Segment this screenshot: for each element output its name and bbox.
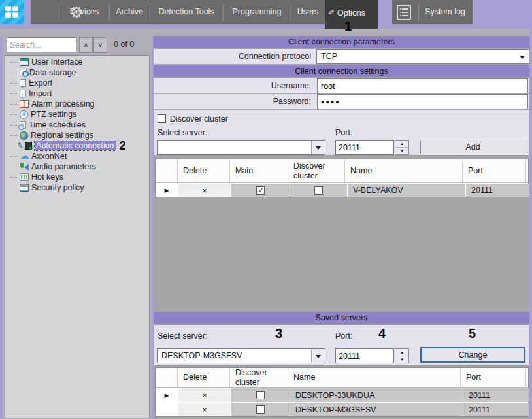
password-label: Password: xyxy=(154,94,316,109)
tab-devices[interactable]: Devices xyxy=(61,0,108,24)
saved-servers-table: Delete Discover cluster Name Port ▶ × DE… xyxy=(155,367,529,417)
username-field[interactable] xyxy=(317,78,528,93)
tab-programming[interactable]: Programming xyxy=(224,0,290,24)
name-cell: DESKTOP-33UKDUA xyxy=(290,388,463,402)
col-delete: Delete xyxy=(178,368,230,387)
discover-checkbox[interactable] xyxy=(256,391,265,399)
search-next-button[interactable]: ∨ xyxy=(93,37,107,53)
annotation-1: 1 xyxy=(344,19,352,34)
tree-item-user-interface[interactable]: User Interface xyxy=(5,57,149,67)
tree-item-alarm-processing[interactable]: Alarm processing xyxy=(5,99,149,109)
col-port: Port xyxy=(463,159,526,182)
app-window: ⚙ Devices Archive Detection Tools Progra… xyxy=(0,0,532,419)
cloud-icon xyxy=(20,152,29,160)
add-button[interactable]: Add xyxy=(420,141,525,154)
options-panel: Client connection parameters Connection … xyxy=(154,29,529,419)
port-spinner[interactable]: ▲ ▼ xyxy=(395,140,409,155)
spin-up-icon[interactable]: ▲ xyxy=(395,349,408,356)
discover-cell xyxy=(231,388,290,402)
tree-item-time-schedules[interactable]: Time schedules xyxy=(5,120,149,130)
keyboard-icon xyxy=(20,173,29,181)
saved-port-spinner[interactable]: ▲ ▼ xyxy=(395,348,409,363)
tree-item-data-storage[interactable]: Data storage xyxy=(5,67,149,78)
tab-detection-tools[interactable]: Detection Tools xyxy=(151,0,222,24)
annotation-5: 5 xyxy=(469,326,476,341)
section-header-client-connection-settings: Client connection settings xyxy=(154,65,529,77)
import-icon xyxy=(20,90,26,97)
spin-up-icon[interactable]: ▲ xyxy=(395,141,408,148)
tree-item-import[interactable]: Import xyxy=(5,88,149,99)
col-discover-cluster: Discover cluster xyxy=(288,159,345,182)
connection-protocol-select[interactable]: TCP xyxy=(316,49,529,64)
tree-item-regional-settings[interactable]: Regional settings xyxy=(5,130,149,141)
section-header-client-connection-parameters: Client connection parameters xyxy=(154,36,529,48)
delete-cell[interactable]: × xyxy=(178,184,231,197)
discover-checkbox[interactable] xyxy=(256,405,265,414)
tree-item-security-policy[interactable]: Security policy xyxy=(5,182,149,193)
table-row: ▶ × V-BELYAKOV 20111 xyxy=(156,183,528,197)
port-cell: 20111 xyxy=(463,403,529,416)
row-selector[interactable] xyxy=(156,403,178,416)
discover-cluster-label: Discover cluster xyxy=(170,114,228,124)
col-port: Port xyxy=(461,368,526,387)
table-row: × DESKTOP-M3GSFSV 20111 xyxy=(156,402,528,416)
port-label: Port: xyxy=(335,128,352,137)
main-checkbox[interactable] xyxy=(256,186,265,195)
toolbar-tabs: ⚙ Devices Archive Detection Tools Progra… xyxy=(31,0,378,24)
window-icon xyxy=(20,58,29,66)
search-input[interactable] xyxy=(7,37,76,52)
col-discover-cluster: Discover cluster xyxy=(230,368,288,387)
tab-system-log[interactable]: System log xyxy=(420,0,471,24)
app-logo-icon[interactable] xyxy=(0,0,24,24)
port-input[interactable] xyxy=(335,140,394,155)
spin-down-icon[interactable]: ▼ xyxy=(395,356,408,363)
port-cell: 20111 xyxy=(466,184,529,197)
name-cell: V-BELYAKOV xyxy=(348,184,465,197)
delete-cell[interactable]: × xyxy=(178,403,231,416)
password-field[interactable] xyxy=(317,94,528,109)
tree-item-export[interactable]: Export xyxy=(5,78,149,88)
system-log-icon[interactable] xyxy=(397,5,411,20)
select-server-dropdown[interactable] xyxy=(157,140,325,155)
discover-checkbox[interactable] xyxy=(314,186,323,195)
search-match-count: 0 of 0 xyxy=(114,40,134,49)
saved-servers-table-header: Delete Discover cluster Name Port xyxy=(156,368,528,388)
chevron-down-icon[interactable] xyxy=(311,141,325,154)
row-selector[interactable]: ▶ xyxy=(156,388,178,402)
username-label: Username: xyxy=(154,78,316,93)
delete-cell[interactable]: × xyxy=(178,388,231,402)
tree-item-audio-parameters[interactable]: Audio parameters xyxy=(5,161,149,172)
tree-item-ptz-settings[interactable]: PTZ settings xyxy=(5,109,149,120)
main-cell xyxy=(231,184,290,197)
search-prev-button[interactable]: ∧ xyxy=(79,37,93,53)
connection-protocol-label: Connection protocol xyxy=(154,49,316,64)
search-bar: ∧ ∨ 0 of 0 xyxy=(3,29,152,55)
saved-servers-group: Select server: 3 Port: 4 5 DESKTOP-M3GSF… xyxy=(154,324,529,366)
password-row: Password: xyxy=(154,94,529,109)
chevron-down-icon[interactable] xyxy=(311,349,325,363)
tree-item-axxonnet[interactable]: AxxonNet xyxy=(5,151,149,161)
ptz-icon xyxy=(20,110,28,119)
add-server-group: Discover cluster Select server: Port: ▲ … xyxy=(154,110,529,156)
discover-cell xyxy=(290,184,347,197)
export-icon xyxy=(20,79,26,87)
saved-server-dropdown[interactable]: DESKTOP-M3GSFSV xyxy=(157,348,325,363)
select-server-label: Select server: xyxy=(158,128,207,137)
username-row: Username: xyxy=(154,78,529,93)
sidebar: ∧ ∨ 0 of 0 User Interface Data storage E… xyxy=(3,29,152,419)
spin-down-icon[interactable]: ▼ xyxy=(395,148,408,155)
discover-cluster-checkbox[interactable] xyxy=(158,114,166,123)
annotation-3: 3 xyxy=(275,326,282,341)
port-cell: 20111 xyxy=(463,388,529,402)
tree-item-hot-keys[interactable]: Hot keys xyxy=(5,172,149,182)
name-cell: DESKTOP-M3GSFSV xyxy=(290,403,463,416)
chevron-down-icon xyxy=(520,56,525,61)
saved-port-input[interactable] xyxy=(335,348,394,363)
tab-archive[interactable]: Archive xyxy=(110,0,148,24)
col-main: Main xyxy=(230,159,288,182)
current-row-arrow-icon: ▶ xyxy=(165,187,169,193)
audio-icon xyxy=(20,163,29,171)
row-selector[interactable]: ▶ xyxy=(156,184,178,197)
col-name: Name xyxy=(288,368,461,387)
change-button[interactable]: Change xyxy=(420,347,525,363)
